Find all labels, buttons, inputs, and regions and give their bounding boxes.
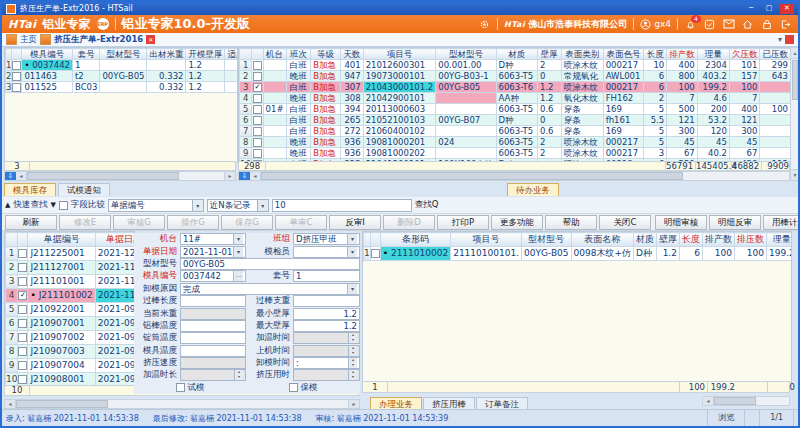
row-checkbox[interactable]	[18, 333, 27, 342]
row-checkbox[interactable]	[18, 263, 27, 272]
table-row[interactable]: 6白班B加急2652105210010300YG-B07D种0穿条fh1615.…	[240, 115, 791, 126]
table-cell[interactable]: 800	[667, 71, 698, 82]
table-cell[interactable]	[100, 60, 147, 71]
spinner-control[interactable]: ▴▾	[348, 346, 357, 356]
table-row[interactable]: 9晚班B加急936190810002026063-T52喷涂木纹00021736…	[240, 148, 791, 159]
document-list-hscrollbar[interactable]: ◂ ▸	[4, 399, 360, 409]
保模-checkbox[interactable]	[289, 383, 298, 392]
row-checkbox[interactable]	[12, 72, 21, 81]
tab-待办业务[interactable]: 待办业务	[507, 183, 559, 196]
table-cell[interactable]: 0098木纹+仿	[571, 247, 633, 261]
table-cell[interactable]: 晚班	[286, 93, 311, 104]
table-cell[interactable]: 2021-09-07	[95, 317, 135, 331]
table-cell[interactable]: 1.2	[537, 82, 561, 93]
table-cell[interactable]: 67	[667, 148, 698, 159]
table-cell[interactable]: 6063-T5	[496, 126, 537, 137]
toolbar-button-关闭C[interactable]: 关闭C	[599, 215, 651, 230]
column-header[interactable]: 已压数	[760, 49, 791, 60]
table-cell[interactable]: 500	[667, 104, 698, 115]
table-cell[interactable]: 45	[729, 137, 760, 148]
table-cell[interactable]: 6063-T5	[496, 71, 537, 82]
table-cell[interactable]: 1.2	[656, 247, 679, 261]
table-cell[interactable]	[760, 93, 791, 104]
table-cell[interactable]: 喷涂木纹	[561, 82, 603, 93]
form-field-当前米重[interactable]	[180, 308, 246, 320]
row-checkbox[interactable]: ✓	[253, 83, 262, 92]
column-header[interactable]: 单据日期	[95, 233, 135, 247]
table-cell[interactable]: 100	[225, 82, 238, 93]
table-cell[interactable]: 00.001.00	[436, 60, 496, 71]
table-cell[interactable]: B加急	[311, 115, 341, 126]
table-cell[interactable]: 400	[667, 60, 698, 71]
table-row[interactable]: 8晚班B加急936190810002010246063-T52喷涂木纹00021…	[240, 137, 791, 148]
table-cell[interactable]: 21012600301	[363, 60, 436, 71]
column-header[interactable]: 壁厚	[537, 49, 561, 60]
mail-icon[interactable]	[722, 18, 735, 31]
settings-gear-icon[interactable]	[478, 18, 491, 31]
table-cell[interactable]: 1	[73, 60, 100, 71]
table-cell[interactable]: D种	[496, 60, 537, 71]
spinner-control[interactable]: ▴▾	[234, 370, 243, 380]
column-header[interactable]: 条形码	[380, 233, 450, 247]
table-cell[interactable]: D种	[496, 115, 537, 126]
chevron-down-icon[interactable]: ▾	[347, 234, 357, 244]
scroll-thumb[interactable]	[714, 397, 756, 405]
record-range-select[interactable]: 近N条记录▾	[207, 199, 269, 212]
scroll-thumb[interactable]	[261, 172, 683, 180]
table-cell[interactable]: 晚班	[286, 148, 311, 159]
table-cell[interactable]: 6	[679, 247, 702, 261]
production-table-vscrollbar[interactable]: ▴ ▾	[790, 47, 800, 181]
tab-模具库存[interactable]: 模具库存	[4, 183, 56, 196]
table-cell[interactable]: 200	[697, 104, 729, 115]
table-cell[interactable]: 100	[702, 247, 734, 261]
row-checkbox[interactable]	[253, 127, 262, 136]
table-cell[interactable]: 2	[537, 148, 561, 159]
scroll-left-icon[interactable]: ◂	[16, 172, 27, 180]
table-row[interactable]: 1003744211.2100	[6, 60, 239, 71]
scroll-thumb[interactable]	[16, 400, 108, 408]
form-field-卸模时间[interactable]: :▴▾	[293, 357, 360, 369]
form-field-模具温度[interactable]	[180, 345, 246, 357]
table-cell[interactable]: 2111010002	[380, 247, 450, 261]
table-cell[interactable]: 00YG-B05	[100, 71, 147, 82]
table-cell[interactable]: 晚班	[286, 137, 311, 148]
toolbar-button-刷新[interactable]: 刷新	[5, 215, 57, 230]
table-cell[interactable]: 穿条	[561, 104, 603, 115]
row-checkbox[interactable]	[18, 305, 27, 314]
column-header[interactable]: 表面名称	[571, 233, 633, 247]
table-cell[interactable]: 272	[340, 126, 363, 137]
table-cell[interactable]: 121	[667, 115, 698, 126]
home-icon[interactable]	[741, 18, 754, 31]
table-cell[interactable]: 011463	[22, 71, 73, 82]
column-header[interactable]: 长度	[679, 233, 702, 247]
table-cell[interactable]: B加急	[311, 71, 341, 82]
table-cell[interactable]: 21052100103	[363, 115, 436, 126]
column-header[interactable]: 排产数	[667, 49, 698, 60]
column-header[interactable]: 壁厚	[656, 233, 679, 247]
form-field-模检员[interactable]: ▾	[293, 246, 360, 258]
table-cell[interactable]: 19073000101	[363, 71, 436, 82]
table-cell[interactable]: 643	[760, 71, 791, 82]
table-cell[interactable]: 169	[603, 126, 644, 137]
spinner-control[interactable]: ▴▾	[348, 333, 357, 343]
table-cell[interactable]	[225, 71, 238, 82]
form-field-锭筒温度[interactable]	[180, 332, 246, 344]
form-field-加温时间[interactable]: ▴▾	[293, 332, 360, 344]
table-cell[interactable]: 2	[537, 60, 561, 71]
row-checkbox[interactable]	[253, 138, 262, 147]
table-cell[interactable]: 2	[644, 93, 667, 104]
table-row[interactable]: 1白班B加急4012101260030100.001.00D种2喷涂木纹0002…	[240, 60, 791, 71]
column-header[interactable]: 理量	[697, 49, 729, 60]
column-header[interactable]: 模具编号	[22, 49, 73, 60]
table-row[interactable]: 5J2109220012021-09-22	[6, 303, 136, 317]
table-cell[interactable]: 199.2	[697, 82, 729, 93]
table-cell[interactable]: J211101001	[28, 275, 95, 289]
table-cell[interactable]: 100	[734, 247, 766, 261]
search-field-select[interactable]: 单据编号▾	[108, 199, 204, 212]
table-cell[interactable]: 白班	[286, 60, 311, 71]
table-row[interactable]: 9J2109070042021-09-07	[6, 359, 136, 373]
table-cell[interactable]: J211225001	[28, 247, 95, 261]
table-cell[interactable]: 400	[729, 104, 760, 115]
table-cell[interactable]	[147, 60, 186, 71]
table-cell[interactable]: 2021-12-25	[95, 247, 135, 261]
